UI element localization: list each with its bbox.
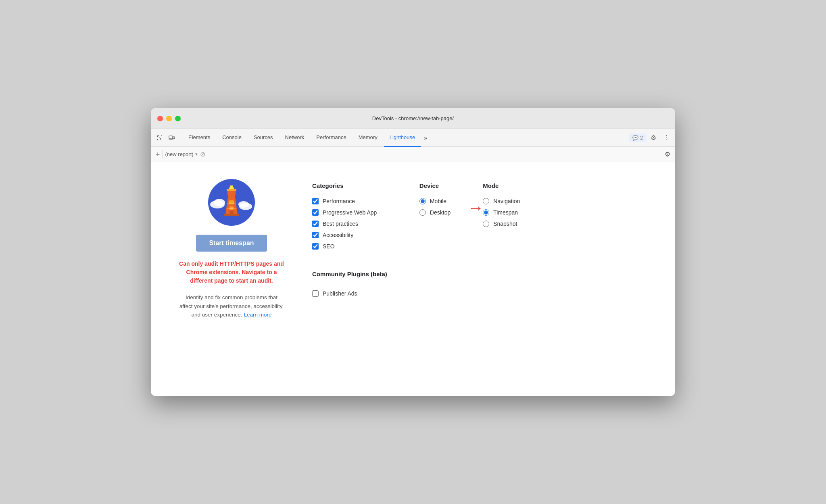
radio-snapshot[interactable]: Snapshot [483,221,520,227]
secondary-bar: + (new report) ▾ ⊘ ⚙ [151,147,675,162]
devtools-window: DevTools - chrome://new-tab-page/ Elemen… [151,108,675,396]
tab-network[interactable]: Network [280,129,310,147]
community-title: Community Plugins (beta) [312,271,387,277]
accessibility-checkbox[interactable] [312,232,319,238]
traffic-lights [157,116,181,121]
svg-rect-13 [229,206,234,210]
categories-title: Categories [312,182,387,189]
device-mode-icon[interactable] [166,132,177,144]
mode-radios: Navigation Timespan Snapshot [483,198,520,227]
learn-more-link[interactable]: Learn more [244,312,271,318]
checkbox-seo[interactable]: SEO [312,243,387,250]
start-timespan-button[interactable]: Start timespan [196,235,267,252]
checkbox-performance[interactable]: Performance [312,198,387,204]
community-section: Community Plugins (beta) Publisher Ads [312,271,387,297]
mode-title: Mode [483,182,520,189]
radio-mobile[interactable]: Mobile [419,198,451,204]
pwa-checkbox[interactable] [312,209,319,216]
block-icon[interactable]: ⊘ [200,150,205,158]
more-options-icon[interactable]: ⋮ [661,132,672,144]
left-panel: Start timespan Can only audit HTTP/HTTPS… [175,178,288,319]
categories-section: Categories Performance Progressive Web A… [312,182,387,250]
mode-section: Mode Navigation Timespan Snapshot [483,182,520,297]
close-button[interactable] [157,116,163,121]
device-mode-wrapper: Device Mobile Desktop → [419,182,520,297]
settings-icon[interactable]: ⚙ [648,132,659,144]
radio-timespan[interactable]: Timespan [483,209,520,216]
radio-navigation[interactable]: Navigation [483,198,520,204]
tab-performance[interactable]: Performance [311,129,352,147]
best-practices-checkbox[interactable] [312,221,319,227]
red-arrow-icon: → [468,200,484,216]
add-report-button[interactable]: + [156,151,160,158]
svg-rect-10 [227,189,236,191]
tab-console[interactable]: Console [217,129,247,147]
device-radios: Mobile Desktop [419,198,451,216]
svg-rect-1 [173,137,175,139]
report-selector[interactable]: (new report) ▾ [165,151,198,157]
more-tabs-button[interactable]: » [421,133,430,143]
snapshot-radio[interactable] [483,221,489,227]
svg-rect-12 [229,200,234,204]
tab-memory[interactable]: Memory [353,129,383,147]
community-checkboxes: Publisher Ads [312,290,387,297]
mobile-radio[interactable] [419,198,426,204]
checkbox-accessibility[interactable]: Accessibility [312,232,387,238]
seo-checkbox[interactable] [312,243,319,250]
tab-elements[interactable]: Elements [183,129,216,147]
checkbox-best-practices[interactable]: Best practices [312,221,387,227]
performance-checkbox[interactable] [312,198,319,204]
main-toolbar: Elements Console Sources Network Perform… [151,129,675,147]
device-section: Device Mobile Desktop → [419,182,451,297]
checkbox-publisher-ads[interactable]: Publisher Ads [312,290,387,297]
window-title: DevTools - chrome://new-tab-page/ [372,115,454,121]
tab-sources[interactable]: Sources [248,129,279,147]
publisher-ads-checkbox[interactable] [312,290,319,297]
svg-point-6 [214,199,225,206]
toolbar-right: 💬 2 ⚙ ⋮ [629,132,672,144]
svg-point-7 [238,201,249,208]
lighthouse-logo [207,178,256,227]
right-panel: Categories Performance Progressive Web A… [312,178,520,297]
desktop-radio[interactable] [419,209,426,216]
report-label: (new report) [165,151,194,157]
maximize-button[interactable] [175,116,181,121]
tab-lighthouse[interactable]: Lighthouse [384,129,421,147]
warning-message: Can only audit HTTP/HTTPS pages and Chro… [179,260,284,285]
checkbox-pwa[interactable]: Progressive Web App [312,209,387,216]
categories-checkboxes: Performance Progressive Web App Best pra… [312,198,387,250]
toolbar-divider-1 [180,134,180,142]
feedback-button[interactable]: 💬 2 [629,133,646,142]
main-content: Start timespan Can only audit HTTP/HTTPS… [151,162,675,396]
lighthouse-settings-icon[interactable]: ⚙ [665,150,670,158]
device-title: Device [419,182,451,189]
inspect-element-icon[interactable] [154,132,165,144]
radio-desktop[interactable]: Desktop [419,209,451,216]
title-bar: DevTools - chrome://new-tab-page/ [151,108,675,129]
svg-rect-0 [169,136,173,139]
minimize-button[interactable] [166,116,172,121]
secondary-bar-divider [163,150,163,158]
chevron-down-icon: ▾ [195,152,198,157]
chat-icon: 💬 [632,135,638,141]
new-report-area: + (new report) ▾ ⊘ [156,150,205,158]
description-text: Identify and fix common problems that af… [179,293,284,319]
svg-rect-15 [224,214,239,216]
